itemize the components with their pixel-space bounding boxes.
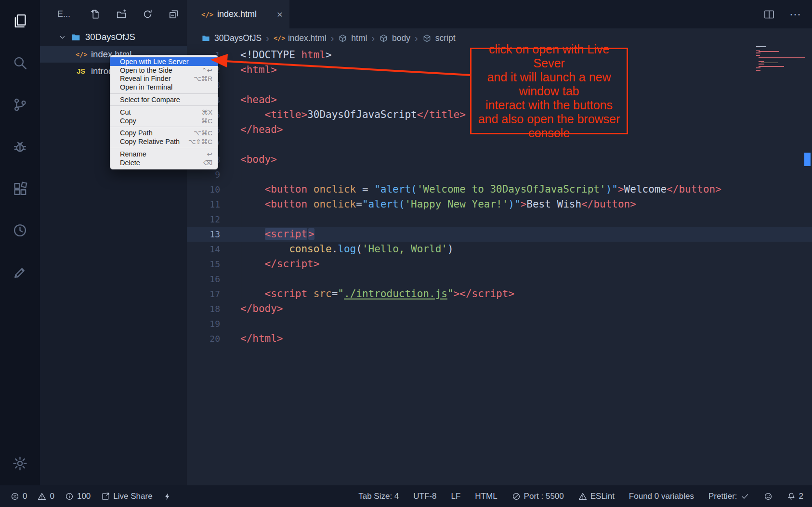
code-line-12[interactable]: 12 xyxy=(187,212,812,227)
code-line-8[interactable]: 8<body> xyxy=(187,152,812,167)
status-language-mode[interactable]: HTML xyxy=(475,492,497,501)
status-quick-action[interactable] xyxy=(163,492,172,501)
breadcrumb-html[interactable]: html xyxy=(338,33,367,43)
tab-index-html[interactable]: </> index.html × xyxy=(187,0,289,28)
code-line-text: </html> xyxy=(240,331,283,346)
port-icon xyxy=(512,492,521,501)
menu-item-delete[interactable]: Delete⌫ xyxy=(110,158,218,167)
minimap-line xyxy=(759,51,779,52)
minimap-line xyxy=(759,61,763,62)
menu-item-copy-path[interactable]: Copy Path⌥⌘C xyxy=(110,129,218,138)
activity-run-debug[interactable] xyxy=(0,126,40,168)
menu-item-shortcut: ⌥⌘C xyxy=(194,129,212,137)
status-errors-label: 0 xyxy=(23,492,27,501)
breadcrumb-body[interactable]: body xyxy=(379,33,410,43)
status-eol[interactable]: LF xyxy=(451,492,460,501)
status-prettier[interactable]: Prettier: xyxy=(708,492,749,501)
sidebar-actions xyxy=(90,9,179,20)
status-notifications[interactable]: 2 xyxy=(787,492,803,501)
debug-icon xyxy=(12,139,28,155)
code-line-9[interactable]: 9 xyxy=(187,167,812,182)
status-variables[interactable]: Found 0 variables xyxy=(629,492,694,501)
code-line-text: <body> xyxy=(240,152,277,167)
activity-search[interactable] xyxy=(0,42,40,84)
menu-item-rename[interactable]: Rename↩ xyxy=(110,150,218,158)
context-menu: Open with Live ServerOpen to the Side⌃↩R… xyxy=(110,55,218,169)
code-line-19[interactable]: 19 xyxy=(187,316,812,331)
menu-item-label: Copy Relative Path xyxy=(120,138,180,145)
warning-icon xyxy=(38,492,46,501)
code-line-11[interactable]: 11 <button onclick="alert('Happy New Yea… xyxy=(187,197,812,212)
code-line-17[interactable]: 17 <script src="./introduction.js"></scr… xyxy=(187,286,812,301)
breadcrumb-index.html[interactable]: </>index.html xyxy=(274,33,327,43)
line-number: 16 xyxy=(187,272,220,286)
menu-item-copy-relative-path[interactable]: Copy Relative Path⌥⇧⌘C xyxy=(110,137,218,146)
menu-item-label: Cut xyxy=(120,108,131,116)
collapse-folders-button[interactable] xyxy=(168,9,179,20)
menu-item-open-to-the-side[interactable]: Open to the Side⌃↩ xyxy=(110,66,218,75)
line-number: 20 xyxy=(187,331,220,346)
code-line-18[interactable]: 18</body> xyxy=(187,301,812,316)
menu-item-shortcut: ⌫ xyxy=(203,159,212,167)
status-errors[interactable]: 0 xyxy=(11,492,27,501)
status-warnings[interactable]: 0 xyxy=(38,492,54,501)
menu-item-open-with-live-server[interactable]: Open with Live Server xyxy=(110,57,218,66)
new-file-button[interactable] xyxy=(90,9,101,20)
menu-item-label: Select for Compare xyxy=(120,96,180,104)
breadcrumb-30DaysOfJS[interactable]: 30DaysOfJS xyxy=(201,33,262,43)
code-line-14[interactable]: 14 console.log('Hello, World') xyxy=(187,242,812,257)
chevron-down-icon xyxy=(58,33,66,41)
code-line-13[interactable]: 13 <script> xyxy=(187,227,812,242)
sidebar-title: E... xyxy=(57,9,70,19)
activity-history[interactable] xyxy=(0,209,40,251)
code-line-15[interactable]: 15 </script> xyxy=(187,257,812,272)
status-tab-size[interactable]: Tab Size: 4 xyxy=(358,492,399,501)
status-eslint[interactable]: ESLint xyxy=(578,492,615,501)
new-file-icon xyxy=(90,9,101,20)
breadcrumb-script[interactable]: script xyxy=(422,33,456,43)
gear-icon xyxy=(12,455,28,471)
minimap[interactable] xyxy=(756,46,803,71)
status-feedback-smiley[interactable] xyxy=(764,492,773,501)
code-line-16[interactable]: 16 xyxy=(187,272,812,286)
menu-item-shortcut: ⌃↩ xyxy=(201,66,212,74)
tree-root-label: 30DaysOfJS xyxy=(85,32,135,42)
tree-root-folder[interactable]: 30DaysOfJS xyxy=(40,28,187,46)
new-folder-button[interactable] xyxy=(116,9,127,20)
menu-item-copy[interactable]: Copy⌘C xyxy=(110,117,218,125)
status-live-share[interactable]: Live Share xyxy=(101,492,152,501)
menu-item-shortcut: ⌘C xyxy=(201,117,212,125)
status-encoding[interactable]: UTF-8 xyxy=(413,492,436,501)
activity-explorer[interactable] xyxy=(0,0,40,42)
activity-feedback-pen[interactable] xyxy=(0,251,40,293)
status-language-mode-label: HTML xyxy=(475,492,497,501)
activity-extensions[interactable] xyxy=(0,168,40,209)
menu-item-label: Copy xyxy=(120,117,136,125)
code-line-20[interactable]: 20</html> xyxy=(187,331,812,346)
code-line-10[interactable]: 10 <button onclick = "alert('Welcome to … xyxy=(187,182,812,197)
menu-item-reveal-in-finder[interactable]: Reveal in Finder⌥⌘R xyxy=(110,75,218,83)
menu-item-cut[interactable]: Cut⌘X xyxy=(110,108,218,117)
menu-item-select-for-compare[interactable]: Select for Compare xyxy=(110,95,218,104)
more-actions-icon[interactable]: ⋯ xyxy=(789,8,801,21)
warning-icon xyxy=(578,492,587,501)
activity-manage[interactable] xyxy=(0,442,40,484)
menu-item-open-in-terminal[interactable]: Open in Terminal xyxy=(110,83,218,91)
status-info-count-label: 100 xyxy=(77,492,91,501)
status-prettier-label: Prettier: xyxy=(708,492,737,501)
breadcrumb-separator: › xyxy=(266,33,269,44)
activity-source-control[interactable] xyxy=(0,84,40,126)
split-editor-icon[interactable] xyxy=(763,9,775,20)
status-live-server-port[interactable]: Port : 5500 xyxy=(512,492,564,501)
sidebar-header: E... xyxy=(40,0,187,28)
code-line-text: <script> xyxy=(240,227,314,242)
status-info-count[interactable]: 100 xyxy=(65,492,91,501)
info-icon xyxy=(65,492,74,501)
refresh-explorer-button[interactable] xyxy=(142,9,153,20)
activity-bar-top xyxy=(0,0,40,293)
close-icon[interactable]: × xyxy=(277,9,283,20)
status-bar: 00100Live Share Tab Size: 4UTF-8LFHTMLPo… xyxy=(0,485,812,507)
folder-icon xyxy=(71,32,81,42)
code-file-icon: </> xyxy=(274,34,284,42)
cube-icon xyxy=(422,34,432,43)
